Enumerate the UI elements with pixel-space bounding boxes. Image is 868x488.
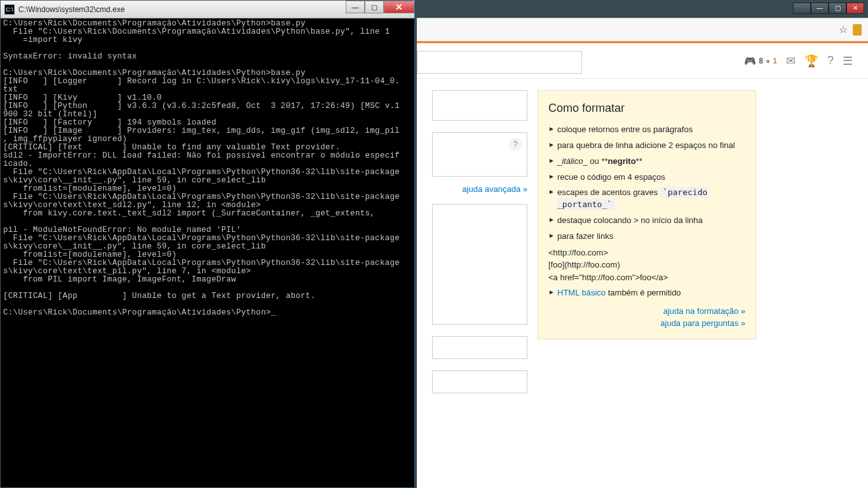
browser-window: ☆ 🎮 8 ●1 ✉ 🏆 ? ☰ ? ajuda avançada » (417, 18, 868, 488)
fmt-tip-linebreak: para quebra de linha adicione 2 espaços … (548, 140, 745, 152)
field-help-icon[interactable]: ? (509, 138, 522, 151)
input-box-5[interactable] (432, 370, 527, 393)
left-column: ? ajuda avançada » (432, 90, 527, 393)
cmd-window: C:\ C:\Windows\system32\cmd.exe — ▢ ✕ C:… (0, 0, 415, 488)
window-blank-button[interactable] (793, 3, 811, 14)
inbox-icon[interactable]: ✉ (786, 54, 796, 68)
cmd-close-button[interactable]: ✕ (384, 1, 414, 13)
input-box-1[interactable] (432, 90, 527, 121)
cmd-minimize-button[interactable]: — (346, 1, 365, 13)
formatting-help-panel: Como formatar coloque retornos entre os … (538, 90, 756, 339)
achievements-icon[interactable]: 🏆 (804, 54, 818, 68)
question-help-link[interactable]: ajuda para perguntas » (548, 318, 745, 330)
advanced-help-link[interactable]: ajuda avançada » (432, 184, 527, 194)
fmt-tip-code-indent: recue o código em 4 espaços (548, 172, 745, 184)
window-controls: — ▢ ✕ (793, 3, 864, 14)
cmd-icon: C:\ (4, 4, 15, 15)
formatting-help-link[interactable]: ajuda na formatação » (548, 306, 745, 318)
gamepad-icon: 🎮 (744, 55, 756, 67)
help-icon[interactable]: ? (827, 54, 834, 67)
cmd-titlebar[interactable]: C:\ C:\Windows\system32\cmd.exe — ▢ ✕ (1, 1, 414, 18)
fmt-tip-blockquote: destaque colocando > no início da linha (548, 215, 745, 227)
window-maximize-button[interactable]: ▢ (829, 3, 846, 14)
fmt-tip-emphasis: _itálico_ ou **negrito** (548, 156, 745, 168)
fmt-tip-html: HTML básico também é permitido (548, 287, 745, 299)
bronze-badge-count: 1 (773, 57, 777, 65)
input-box-4[interactable] (432, 336, 527, 359)
input-box-3[interactable] (432, 204, 527, 325)
input-box-2[interactable]: ? (432, 132, 527, 177)
fmt-tip-backtick: escapes de acentos graves `parecido _por… (548, 187, 745, 211)
formatting-title: Como formatar (548, 100, 745, 116)
window-close-button[interactable]: ✕ (846, 3, 864, 14)
extension-icon[interactable] (853, 24, 862, 36)
browser-toolbar: ☆ (417, 18, 868, 41)
bookmark-star-icon[interactable]: ☆ (839, 24, 848, 36)
reputation-score: 8 (759, 57, 763, 65)
bronze-badge-dot: ● (766, 57, 770, 65)
fmt-link-examples: <http://foo.com> [foo](http://foo.com) <… (548, 247, 745, 284)
reputation-badge[interactable]: 🎮 8 ●1 (744, 55, 777, 67)
cmd-cursor (271, 308, 276, 317)
fmt-tip-links: para fazer links (548, 231, 745, 243)
site-search-input[interactable] (417, 51, 582, 74)
cmd-maximize-button[interactable]: ▢ (365, 1, 384, 13)
fmt-tip-paragraphs: coloque retornos entre os parágrafos (548, 124, 745, 136)
basic-html-link[interactable]: HTML básico (557, 288, 606, 297)
stack-exchange-icon[interactable]: ☰ (843, 54, 853, 68)
cmd-output[interactable]: C:\Users\Rick\Documents\Programação\Ativ… (1, 18, 414, 318)
cmd-title: C:\Windows\system32\cmd.exe (18, 5, 125, 14)
window-minimize-button[interactable]: — (811, 3, 829, 14)
